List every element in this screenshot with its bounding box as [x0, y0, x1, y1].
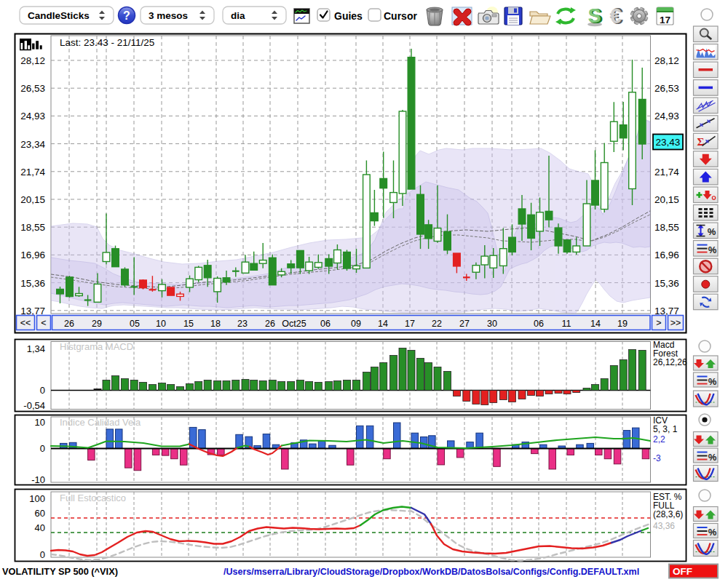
svg-text:17: 17 — [660, 15, 670, 25]
svg-text:<<: << — [20, 318, 31, 328]
svg-text:15: 15 — [183, 319, 194, 329]
svg-text:23: 23 — [237, 319, 248, 329]
svg-text:09: 09 — [351, 319, 361, 329]
svg-text:26: 26 — [265, 319, 275, 329]
svg-text:>: > — [656, 318, 661, 328]
svg-text:OFF: OFF — [673, 566, 692, 577]
svg-text:Full Estocastico: Full Estocastico — [60, 493, 126, 503]
svg-text:19: 19 — [617, 319, 628, 329]
svg-text:0: 0 — [40, 549, 45, 560]
svg-text:1,34: 1,34 — [27, 343, 45, 354]
svg-text:16,96: 16,96 — [20, 250, 45, 260]
svg-text:28,12: 28,12 — [654, 55, 679, 66]
svg-text:<: < — [41, 318, 46, 328]
svg-text:10: 10 — [156, 319, 166, 329]
svg-text:18,55: 18,55 — [654, 222, 679, 233]
svg-text:%: % — [708, 452, 717, 463]
svg-text:Oct25: Oct25 — [282, 319, 306, 329]
svg-text:Σ: Σ — [697, 136, 705, 148]
svg-text:15,36: 15,36 — [654, 278, 679, 289]
svg-text:21,74: 21,74 — [654, 167, 679, 178]
svg-text:-3: -3 — [653, 453, 661, 463]
svg-text:%: % — [708, 376, 717, 387]
svg-text:20,15: 20,15 — [654, 194, 679, 205]
svg-text:2,2: 2,2 — [653, 434, 665, 445]
svg-text:dia: dia — [231, 10, 245, 21]
svg-text:06: 06 — [534, 319, 544, 329]
svg-text:13,77: 13,77 — [20, 306, 45, 316]
svg-text:26: 26 — [64, 319, 74, 329]
svg-text:Last: 23.43 - 21/11/25: Last: 23.43 - 21/11/25 — [60, 37, 154, 48]
svg-text:21,74: 21,74 — [20, 167, 45, 178]
svg-text:?: ? — [123, 9, 130, 22]
svg-text:26,53: 26,53 — [20, 83, 45, 94]
svg-text:%: % — [708, 226, 716, 237]
svg-text:27: 27 — [459, 319, 470, 329]
svg-text:Guies: Guies — [334, 10, 363, 22]
svg-text:-10: -10 — [31, 474, 45, 485]
svg-text:20,15: 20,15 — [20, 194, 45, 205]
svg-text:24,93: 24,93 — [20, 111, 45, 121]
svg-text:/Users/mserra/Library/CloudSto: /Users/mserra/Library/CloudStorage/Dropb… — [223, 567, 639, 577]
svg-text:13,77: 13,77 — [654, 306, 679, 316]
svg-text:60: 60 — [35, 508, 45, 519]
svg-text:-0,54: -0,54 — [23, 400, 45, 411]
svg-text:23,34: 23,34 — [20, 139, 45, 150]
svg-text:VOLATILITY SP 500 (^VIX): VOLATILITY SP 500 (^VIX) — [2, 566, 118, 577]
svg-text:Indice Calidad Vela: Indice Calidad Vela — [60, 417, 141, 428]
svg-text:23,43: 23,43 — [656, 137, 681, 148]
svg-text:100: 100 — [29, 493, 45, 504]
svg-text:%: % — [708, 527, 717, 538]
svg-text:0: 0 — [40, 385, 45, 396]
svg-text:30: 30 — [487, 319, 497, 329]
svg-text:3 mesos: 3 mesos — [149, 10, 188, 21]
svg-text:>>: >> — [670, 318, 681, 328]
svg-text:0: 0 — [40, 443, 45, 454]
svg-text:S: S — [587, 5, 601, 27]
svg-text:Histgrama MACD: Histgrama MACD — [60, 341, 133, 352]
svg-text:43,36: 43,36 — [653, 521, 675, 531]
svg-text:24,93: 24,93 — [654, 111, 679, 121]
svg-text:14: 14 — [590, 319, 601, 329]
svg-text:05: 05 — [130, 319, 140, 329]
svg-text:26,12,26: 26,12,26 — [653, 357, 687, 367]
svg-text:(28,3,6): (28,3,6) — [653, 509, 683, 519]
svg-text:10: 10 — [35, 417, 45, 428]
svg-text:28,12: 28,12 — [20, 55, 45, 66]
svg-text:%: % — [708, 244, 717, 255]
svg-text:Cursor: Cursor — [384, 10, 417, 22]
svg-text:40: 40 — [35, 522, 45, 533]
svg-text:5, 3, 1: 5, 3, 1 — [653, 424, 678, 434]
svg-text:18,55: 18,55 — [20, 222, 45, 233]
svg-text:22: 22 — [432, 319, 442, 329]
svg-text:16,96: 16,96 — [654, 250, 679, 260]
svg-text:11: 11 — [562, 319, 571, 329]
svg-text:15,36: 15,36 — [20, 278, 45, 289]
svg-text:29: 29 — [92, 319, 102, 329]
svg-text:26,53: 26,53 — [654, 83, 679, 94]
svg-text:18: 18 — [210, 319, 221, 329]
svg-text:06: 06 — [320, 319, 331, 329]
svg-text:CandleSticks: CandleSticks — [28, 10, 90, 21]
svg-text:€: € — [609, 4, 621, 28]
svg-text:14: 14 — [378, 319, 388, 329]
svg-text:17: 17 — [405, 319, 415, 329]
